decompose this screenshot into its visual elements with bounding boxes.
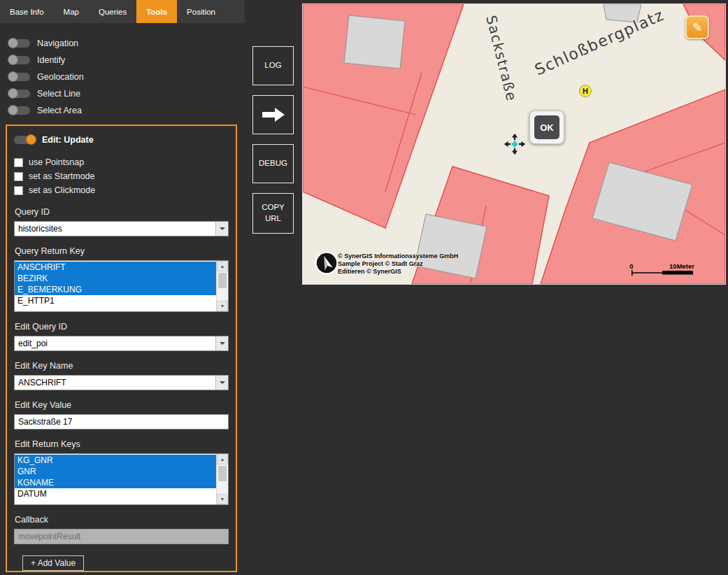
list-item[interactable]: E_BEMERKUNG <box>15 284 217 295</box>
scrollbar-thumb[interactable] <box>218 273 227 288</box>
toggle-select-area[interactable]: Select Area <box>0 102 245 119</box>
building-polygon <box>344 15 405 69</box>
scroll-down-icon[interactable]: ▼ <box>217 301 228 311</box>
scrollbar[interactable]: ▲ ▼ <box>216 261 228 311</box>
toggle-switch-icon[interactable] <box>9 56 30 64</box>
toggle-switch-icon[interactable] <box>14 136 35 144</box>
callback-label: Callback <box>15 515 229 525</box>
scroll-up-icon[interactable]: ▲ <box>217 261 228 271</box>
query-id-select[interactable]: historicsites <box>14 221 229 236</box>
north-arrow-compass-icon <box>316 253 338 274</box>
toggle-knob <box>8 38 18 48</box>
checkbox-icon[interactable] <box>14 172 23 181</box>
chevron-down-icon[interactable] <box>215 336 228 350</box>
edit-return-keys-label: Edit Return Keys <box>15 439 229 450</box>
toggle-switch-icon[interactable] <box>9 90 30 98</box>
chevron-down-icon[interactable] <box>215 222 228 236</box>
checkbox-icon[interactable] <box>14 158 23 167</box>
query-return-key-listbox[interactable]: ANSCHRIFT BEZIRK E_BEMERKUNG E_HTTP1 ▲ ▼ <box>14 260 229 312</box>
tab-tools[interactable]: Tools <box>136 0 177 23</box>
toggle-switch-icon[interactable] <box>9 106 30 115</box>
query-id-label: Query ID <box>15 207 229 218</box>
checkbox-icon[interactable] <box>14 186 23 195</box>
toggle-switch-icon[interactable] <box>9 73 30 81</box>
ok-overlay-button[interactable]: OK <box>529 111 564 144</box>
map-edit-tool-button[interactable]: ✎ <box>685 15 709 39</box>
edit-key-value-label: Edit Key Value <box>15 400 229 411</box>
scale-end-label: 10Meter <box>669 262 694 270</box>
edit-query-id-label: Edit Query ID <box>15 322 229 332</box>
toggle-geolocation[interactable]: Geolocation <box>0 69 245 85</box>
forward-arrow-button[interactable] <box>252 95 294 134</box>
edit-update-panel: Edit: Update use Pointsnap set as Startm… <box>6 125 237 572</box>
edit-query-id-select[interactable]: edit_poi <box>14 336 229 351</box>
query-return-key-label: Query Return Key <box>15 246 229 257</box>
ok-button-label: OK <box>534 115 559 139</box>
toggle-label: Select Area <box>37 106 82 115</box>
list-item[interactable]: GNR <box>15 466 217 477</box>
debug-button[interactable]: DEBUG <box>252 144 294 183</box>
map-canvas[interactable]: Sackstraße Schloßbergplatz H <box>303 4 725 284</box>
checkbox-use-pointsnap[interactable]: use Pointsnap <box>14 155 229 169</box>
attribution-line: © SynerGIS Informationssysteme GmbH <box>338 253 458 260</box>
scrollbar[interactable]: ▲ ▼ <box>216 454 228 504</box>
edit-key-name-value: ANSCHRIFT <box>15 376 215 390</box>
checkbox-label: set as Clickmode <box>29 185 95 195</box>
sidebar: Navigation Identify Geolocation Select L… <box>0 23 245 575</box>
toggle-knob <box>26 134 36 145</box>
add-value-button[interactable]: + Add Value <box>22 555 84 571</box>
scroll-down-icon[interactable]: ▼ <box>217 494 228 504</box>
query-id-value: historicsites <box>15 222 215 236</box>
map-panel: Sackstraße Schloßbergplatz H <box>302 3 726 285</box>
toggle-switch-icon[interactable] <box>9 39 30 48</box>
toggle-knob <box>8 71 18 82</box>
panel-title: Edit: Update <box>42 135 94 145</box>
list-item[interactable]: ANSCHRIFT <box>15 262 217 273</box>
scale-segment <box>662 271 693 275</box>
scale-start-label: 0 <box>629 262 633 270</box>
edit-key-name-label: Edit Key Name <box>15 361 229 371</box>
edit-key-name-select[interactable]: ANSCHRIFT <box>14 375 229 390</box>
scroll-up-icon[interactable]: ▲ <box>217 454 228 464</box>
toggle-navigation[interactable]: Navigation <box>0 35 245 52</box>
copy-url-button[interactable]: COPY URL <box>252 193 294 234</box>
mode-toggle-list: Navigation Identify Geolocation Select L… <box>0 23 245 119</box>
checkbox-label: use Pointsnap <box>29 157 84 167</box>
tab-bar: Base Info Map Queries Tools Position <box>0 0 245 23</box>
toggle-knob <box>8 55 18 65</box>
checkbox-set-as-startmode[interactable]: set as Startmode <box>14 169 229 183</box>
toggle-select-line[interactable]: Select Line <box>0 85 245 102</box>
edit-return-keys-listbox[interactable]: KG_GNR GNR KGNAME DATUM ▲ ▼ <box>14 453 229 505</box>
toggle-label: Identify <box>37 55 65 65</box>
list-item[interactable]: KG_GNR <box>15 455 217 466</box>
app-root: Base Info Map Queries Tools Position Nav… <box>0 0 728 575</box>
edit-key-value-input[interactable] <box>14 414 229 430</box>
tab-position[interactable]: Position <box>177 0 225 23</box>
toggle-label: Geolocation <box>37 72 84 82</box>
tab-base-info[interactable]: Base Info <box>0 0 54 23</box>
tab-map[interactable]: Map <box>54 0 89 23</box>
forward-arrow-icon <box>262 107 285 122</box>
list-item[interactable]: BEZIRK <box>15 273 217 284</box>
chevron-down-icon[interactable] <box>215 376 228 390</box>
toggle-knob <box>8 88 18 99</box>
checkbox-set-as-clickmode[interactable]: set as Clickmode <box>14 183 229 197</box>
listbox-items: KG_GNR GNR KGNAME DATUM <box>15 455 217 499</box>
attribution-line: Sample Project © Stadt Graz <box>338 260 458 268</box>
log-button[interactable]: LOG <box>252 46 294 85</box>
toggle-identify[interactable]: Identify <box>0 52 245 69</box>
toggle-label: Select Line <box>37 89 80 99</box>
listbox-items: ANSCHRIFT BEZIRK E_BEMERKUNG E_HTTP1 <box>15 262 217 306</box>
toggle-knob <box>8 105 18 115</box>
edit-checkbox-group: use Pointsnap set as Startmode set as Cl… <box>14 155 229 197</box>
attribution-line: Editieren © SynerGIS <box>338 268 458 276</box>
scale-tick <box>631 270 633 276</box>
scrollbar-thumb[interactable] <box>218 466 227 481</box>
list-item[interactable]: KGNAME <box>15 477 217 488</box>
edit-update-toggle[interactable]: Edit: Update <box>14 133 229 147</box>
edit-query-id-value: edit_poi <box>15 336 215 350</box>
list-item[interactable]: DATUM <box>15 488 217 499</box>
tab-queries[interactable]: Queries <box>89 0 136 23</box>
list-item[interactable]: E_HTTP1 <box>15 295 217 306</box>
checkbox-label: set as Startmode <box>29 171 95 181</box>
